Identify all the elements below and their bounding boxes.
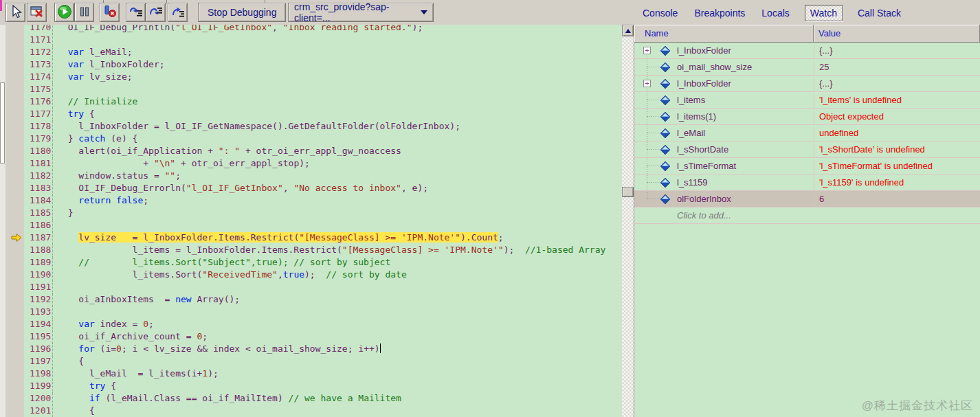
watch-row[interactable]: l_sTimeFormat'l_sTimeFormat' is undefine… [634,158,980,174]
code-text[interactable] [53,281,622,293]
code-text[interactable]: try { [53,108,622,120]
code-text[interactable]: // Initialize [53,95,622,108]
pause-button[interactable] [74,3,94,22]
page-dropdown[interactable]: crm_src_provide?sap-client=... [288,3,434,22]
code-text[interactable]: var l_eMail; [53,46,622,58]
gutter-cell[interactable] [5,71,24,83]
gutter-cell[interactable] [5,120,24,133]
gutter-cell[interactable] [5,157,24,170]
gutter-cell[interactable] [5,133,24,145]
gutter-cell[interactable] [5,244,24,256]
editor-vertical-scrollbar[interactable] [622,25,634,417]
code-text[interactable]: l_eMail = l_items(i+1); [53,368,622,380]
gutter-cell[interactable] [5,108,24,120]
stop-debug-button[interactable] [100,3,120,22]
code-text[interactable] [53,306,622,318]
code-text[interactable]: } catch (e) { [53,133,622,145]
code-text[interactable]: // l_items.Sort("Subject",true); // sort… [53,256,622,269]
gutter-cell[interactable] [5,355,24,368]
watch-row[interactable]: l_InboxFolder{...} [634,43,980,59]
gutter-cell[interactable] [5,343,24,355]
code-text[interactable]: window.status = ""; [53,170,622,182]
watch-row[interactable]: l_items(1)Object expected [634,109,980,125]
gutter-cell[interactable] [5,269,24,281]
gutter-cell[interactable] [5,194,24,207]
code-text[interactable]: alert(oi_if_Application + ": " + otr_oi_… [53,145,622,157]
tab-breakpoints[interactable]: Breakpoints [693,5,746,21]
gutter-cell[interactable] [5,145,24,157]
gutter-cell[interactable] [5,293,24,306]
run-button[interactable] [54,3,74,22]
gutter-cell[interactable] [5,207,24,219]
watch-row[interactable]: l_items'l_items' is undefined [634,92,980,109]
gutter-cell[interactable] [5,306,24,318]
code-text[interactable]: try { [53,380,622,392]
code-text[interactable]: } [53,207,622,219]
gutter-cell[interactable] [5,405,24,417]
code-text[interactable] [53,83,622,95]
code-text[interactable]: l_InboxFolder = l_OI_IF_GetNamespace().G… [53,120,622,133]
gutter-cell[interactable] [5,170,24,182]
code-text[interactable]: { [53,355,622,368]
watch-row[interactable]: oi_mail_show_size25 [634,59,980,76]
watch-row[interactable]: l_eMailundefined [634,125,980,142]
step-out-button[interactable] [168,3,188,22]
watch-header-name[interactable]: Name [634,25,814,43]
current-statement-arrow[interactable] [5,232,24,244]
code-text[interactable] [53,34,622,46]
gutter-cell[interactable] [5,256,24,269]
code-text[interactable]: l_items.Sort("ReceivedTime",true); // so… [53,269,622,281]
code-text[interactable]: var l_InboxFolder; [53,58,622,71]
tab-locals[interactable]: Locals [760,5,790,21]
watch-add-row[interactable]: Click to add... [634,207,980,224]
tab-console[interactable]: Console [641,5,679,21]
code-text[interactable]: for (i=0; i < lv_size && index < oi_mail… [53,343,622,355]
gutter-cell[interactable] [5,34,24,46]
gutter-cell[interactable] [5,392,24,405]
code-text[interactable]: if (l_eMail.Class == oi_if_MailItem) // … [53,392,622,405]
code-text[interactable]: return false; [53,194,622,207]
gutter-cell[interactable] [5,95,24,108]
code-text[interactable]: lv_size = l_InboxFolder.Items.Restrict("… [53,232,622,244]
gutter-cell[interactable] [5,25,24,34]
tab-call-stack[interactable]: Call Stack [856,5,902,21]
gutter-cell[interactable] [5,219,24,232]
code-text[interactable] [53,219,622,232]
watch-header-value[interactable]: Value [814,25,980,43]
watch-row[interactable]: olFolderInbox6 [634,191,980,207]
scrollbar-thumb[interactable] [622,187,634,197]
code-text[interactable]: { [53,405,622,417]
gutter-cell[interactable] [5,330,24,343]
gutter-cell[interactable] [5,318,24,330]
gutter-cell[interactable] [5,58,24,71]
left-scrollbar-thumb[interactable] [0,82,5,164]
gutter-cell[interactable] [5,368,24,380]
step-into-button[interactable] [126,3,146,22]
watch-row[interactable]: l_sShortDate'l_sShortDate' is undefined [634,142,980,158]
code-text[interactable]: l_items = l_InboxFolder.Items.Restrict("… [53,244,622,256]
gutter-cell[interactable] [5,46,24,58]
watch-row[interactable]: l_s1159'l_s1159' is undefined [634,174,980,191]
step-over-button[interactable] [146,3,166,22]
code-text[interactable]: + "\n" + otr_oi_err_appl_stop); [53,157,622,170]
gutter-cell[interactable] [5,83,24,95]
expand-toggle[interactable] [643,47,651,54]
code-text[interactable]: OI_IF_Debug_Println("l_OI_IF_GetInbox", … [53,25,622,34]
code-editor[interactable]: 1170 OI_IF_Debug_Println("l_OI_IF_GetInb… [5,25,622,417]
watch-row[interactable]: l_InboxFolder{...} [634,76,980,92]
pointer-button[interactable] [5,3,25,22]
code-text[interactable]: OI_IF_Debug_Errorln("l_OI_IF_GetInbox", … [53,182,622,194]
code-text[interactable]: var lv_size; [53,71,622,83]
code-text[interactable]: oi_if_Archive_count = 0; [53,330,622,343]
gutter-cell[interactable] [5,281,24,293]
code-text[interactable]: oi_aInboxItems = new Array(); [53,293,622,306]
scroll-up-button[interactable] [622,25,634,36]
expand-toggle[interactable] [643,80,651,87]
gutter-cell[interactable] [5,380,24,392]
watch-add-label[interactable]: Click to add... [677,210,731,221]
code-text[interactable]: var index = 0; [53,318,622,330]
tab-watch[interactable]: Watch [805,5,843,21]
break-window-button[interactable] [27,3,47,22]
gutter-cell[interactable] [5,182,24,194]
stop-debugging-button[interactable]: Stop Debugging [198,3,286,22]
